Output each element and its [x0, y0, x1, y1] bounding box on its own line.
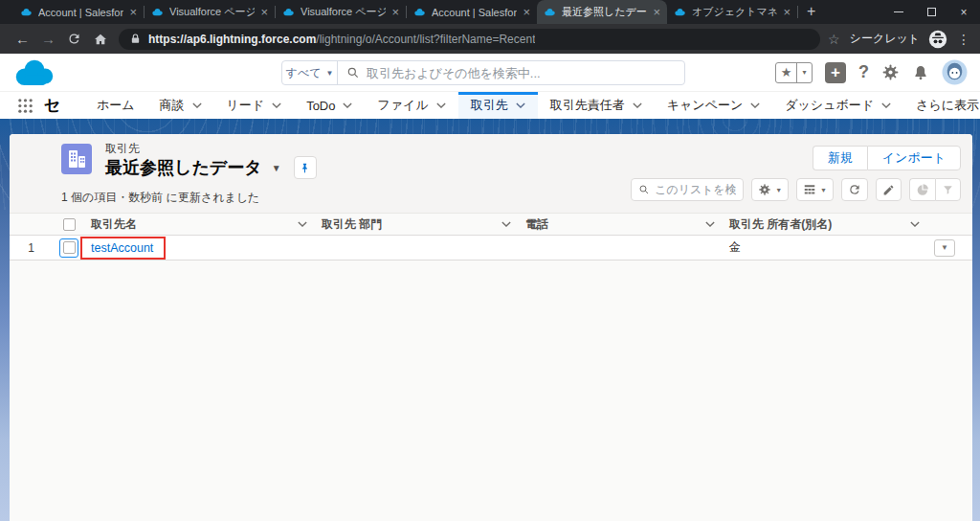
- caret-down-icon: ▼: [820, 187, 827, 193]
- browser-tab-4[interactable]: Account | Salesforce ×: [407, 0, 537, 24]
- browser-tab-1[interactable]: Account | Salesforce ×: [13, 0, 144, 24]
- nav-item-contacts[interactable]: 取引先責任者: [538, 92, 655, 119]
- chart-button-disabled[interactable]: [909, 178, 935, 201]
- list-view-card: 取引先 最近参照したデータ ▼ 1 個の項目・数秒前 に更新されました 新規 イ…: [10, 134, 972, 521]
- new-tab-button[interactable]: +: [807, 4, 815, 19]
- browser-tab-2[interactable]: Visualforce ページ ~ S ×: [145, 0, 275, 24]
- nav-item-opportunities[interactable]: 商談: [147, 92, 214, 119]
- select-all-checkbox[interactable]: [53, 214, 85, 235]
- global-search-input[interactable]: [367, 66, 676, 80]
- tab-separator: [797, 6, 798, 18]
- chevron-down-icon[interactable]: [705, 221, 715, 227]
- tab-close-icon[interactable]: ×: [653, 6, 660, 18]
- list-view-selector-caret-icon[interactable]: ▼: [272, 163, 281, 173]
- list-title-row: 最近参照したデータ ▼: [105, 156, 317, 179]
- address-bar[interactable]: https://ap6.lightning.force.com/lightnin…: [119, 29, 820, 50]
- nav-item-home[interactable]: ホーム: [84, 92, 147, 119]
- list-status-text: 1 個の項目・数秒前 に更新されました: [61, 190, 259, 206]
- tab-title: Account | Salesforce: [38, 7, 123, 18]
- nav-item-dashboards[interactable]: ダッシュボード: [772, 92, 903, 119]
- user-avatar[interactable]: [942, 59, 968, 85]
- column-label: 取引先 部門: [322, 216, 382, 233]
- chevron-down-icon[interactable]: [516, 102, 525, 108]
- page-title[interactable]: 最近参照したデータ: [105, 156, 262, 179]
- account-name-link[interactable]: testAccount: [91, 241, 153, 255]
- column-header-owner-alias[interactable]: 取引先 所有者(別名): [724, 214, 928, 235]
- chevron-down-icon[interactable]: [633, 102, 642, 108]
- column-header-phone[interactable]: 電話: [520, 214, 724, 235]
- home-icon[interactable]: [87, 32, 113, 47]
- window-close-button[interactable]: ×: [947, 0, 980, 24]
- url-text: https://ap6.lightning.force.com/lightnin…: [148, 33, 535, 46]
- chevron-down-icon[interactable]: [436, 102, 446, 108]
- import-button[interactable]: インポート: [867, 146, 961, 170]
- window-restore-button[interactable]: [915, 0, 947, 24]
- tab-title: 最近参照したデータ | 取: [562, 5, 647, 19]
- page-background: 取引先 最近参照したデータ ▼ 1 個の項目・数秒前 に更新されました 新規 イ…: [0, 119, 980, 521]
- pin-list-button[interactable]: [294, 156, 317, 179]
- window-minimize-button[interactable]: [882, 0, 915, 24]
- row-actions-dropdown-button[interactable]: ▼: [934, 239, 955, 257]
- browser-tab-5-active[interactable]: 最近参照したデータ | 取 ×: [537, 0, 667, 24]
- incognito-avatar-icon: [928, 30, 947, 49]
- search-icon: [346, 66, 360, 79]
- new-button[interactable]: 新規: [813, 146, 867, 170]
- favorites-dropdown-icon[interactable]: ▾: [797, 63, 812, 82]
- row-checkbox-cell: [53, 236, 85, 260]
- nav-item-campaigns[interactable]: キャンペーン: [655, 92, 773, 119]
- chevron-down-icon[interactable]: [272, 102, 281, 108]
- checkbox[interactable]: [63, 218, 76, 231]
- quick-create-button[interactable]: +: [825, 62, 846, 83]
- nav-item-files[interactable]: ファイル: [365, 92, 457, 119]
- chevron-down-icon[interactable]: [192, 102, 202, 108]
- header-actions: ★ ▾ + ?: [775, 59, 968, 85]
- browser-menu-icon[interactable]: ⋮: [957, 32, 970, 47]
- list-search-box: [631, 178, 744, 201]
- app-launcher-icon[interactable]: [17, 98, 33, 114]
- tab-close-icon[interactable]: ×: [391, 6, 399, 18]
- nav-item-leads[interactable]: リード: [214, 92, 295, 119]
- nav-item-tasks[interactable]: ToDo: [294, 92, 365, 119]
- row-checkbox[interactable]: [63, 241, 76, 254]
- inline-edit-pencil-button[interactable]: [876, 178, 902, 201]
- nav-item-more[interactable]: さらに表示▼: [903, 92, 980, 119]
- column-header-account-name[interactable]: 取引先名: [85, 214, 316, 235]
- browser-tab-3[interactable]: Visualforce ページ: tes ×: [276, 0, 406, 24]
- browser-tab-6[interactable]: オブジェクトマネージャ | S ×: [667, 0, 797, 24]
- chevron-down-icon[interactable]: [910, 221, 920, 227]
- tab-close-icon[interactable]: ×: [523, 6, 530, 18]
- filter-button-disabled[interactable]: [935, 178, 961, 201]
- tab-close-icon[interactable]: ×: [260, 6, 268, 18]
- reload-icon[interactable]: [61, 32, 87, 46]
- nav-item-label: ToDo: [306, 99, 335, 113]
- refresh-button[interactable]: [841, 178, 868, 201]
- chevron-down-icon[interactable]: [501, 221, 511, 227]
- column-header-account-site[interactable]: 取引先 部門: [316, 214, 520, 235]
- nav-item-label: 取引先: [471, 97, 508, 114]
- nav-item-label: ファイル: [377, 97, 428, 114]
- tab-title: Account | Salesforce: [432, 7, 517, 18]
- chevron-down-icon[interactable]: [343, 102, 352, 108]
- search-scope-dropdown[interactable]: すべて ▼: [282, 61, 338, 84]
- back-icon[interactable]: ←: [10, 32, 35, 46]
- url-path: /lightning/o/Account/list?filterName=Rec…: [316, 33, 535, 46]
- forward-icon[interactable]: →: [35, 32, 61, 46]
- setup-gear-icon[interactable]: [881, 63, 900, 81]
- favorites-button-group: ★ ▾: [775, 62, 813, 83]
- tab-close-icon[interactable]: ×: [129, 6, 137, 18]
- favorite-star-icon[interactable]: ★: [776, 63, 797, 82]
- list-settings-gear-button[interactable]: ▼: [751, 178, 789, 201]
- chevron-down-icon[interactable]: [750, 102, 760, 108]
- display-as-button[interactable]: ▼: [796, 178, 834, 201]
- help-icon[interactable]: ?: [858, 62, 869, 82]
- chevron-down-icon[interactable]: [881, 102, 891, 108]
- tab-close-icon[interactable]: ×: [783, 6, 791, 18]
- chevron-down-icon[interactable]: [298, 221, 307, 227]
- nav-item-accounts-active[interactable]: 取引先: [458, 92, 538, 119]
- nav-item-label: キャンペーン: [667, 97, 744, 114]
- salesforce-nav-bar: セールス ホーム 商談 リード ToDo ファイル 取引先 取引先責任者 キャン…: [0, 92, 980, 119]
- entity-label: 取引先: [105, 141, 140, 157]
- list-search-input[interactable]: [655, 183, 736, 196]
- notifications-bell-icon[interactable]: [912, 64, 929, 81]
- bookmark-star-icon[interactable]: ☆: [828, 32, 840, 47]
